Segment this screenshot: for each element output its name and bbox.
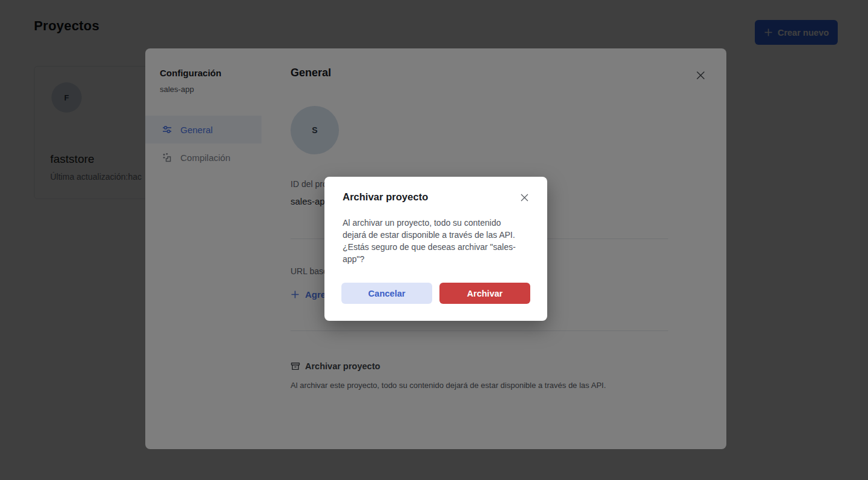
dialog-title: Archivar proyecto (343, 191, 428, 203)
dialog-close-button[interactable] (518, 191, 530, 203)
archive-button[interactable]: Archivar (439, 283, 530, 304)
archive-confirm-dialog: Archivar proyecto Al archivar un proyect… (324, 177, 547, 321)
cancel-button[interactable]: Cancelar (341, 283, 432, 304)
dialog-body-text: Al archivar un proyecto, todo su conteni… (343, 217, 534, 265)
close-icon (520, 193, 529, 202)
